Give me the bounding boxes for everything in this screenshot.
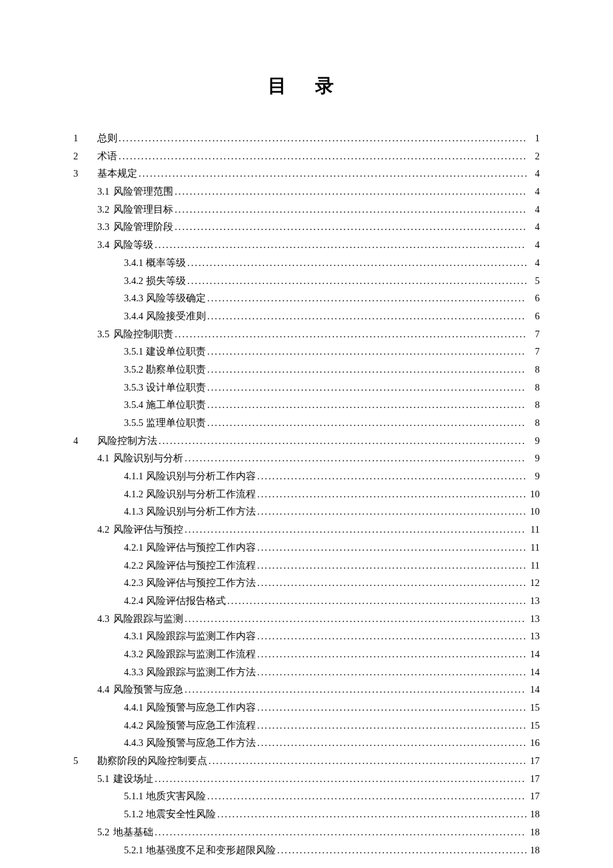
toc-entry: 3.5.3设计单位职责8 (73, 380, 540, 395)
toc-leader-dots (175, 202, 526, 217)
toc-entry-text: 3.4.1概率等级 (97, 255, 186, 271)
toc-entry-title: 勘察阶段的风险控制要点 (97, 755, 207, 766)
toc-entry-text: 4.3.1风险跟踪与监测工作内容 (97, 629, 256, 644)
toc-entry-title: 风险预警与应急工作内容 (146, 702, 256, 713)
toc-entry: 2术语2 (73, 149, 540, 164)
toc-entry-title: 风险评估与预控 (113, 524, 183, 535)
toc-page-number: 15 (528, 700, 540, 715)
toc-entry-title: 风险识别与分析工作方法 (146, 506, 256, 517)
toc-section-label: 3.5.1 (124, 346, 143, 357)
toc-entry-title: 地质灾害风险 (146, 791, 206, 801)
toc-section-label: 4.1.1 (124, 471, 143, 481)
toc-entry: 3.4.1概率等级4 (73, 255, 540, 271)
toc-entry-title: 地基基础 (113, 827, 153, 837)
toc-entry: 4.3.3风险跟踪与监测工作方法14 (73, 665, 540, 680)
toc-page-number: 10 (528, 487, 540, 502)
toc-entry: 4.3.1风险跟踪与监测工作内容13 (73, 629, 540, 644)
toc-entry: 5.2.1地基强度不足和变形超限风险18 (73, 843, 540, 858)
toc-entry-title: 风险控制方法 (97, 435, 157, 446)
toc-entry-text: 勘察阶段的风险控制要点 (97, 753, 207, 769)
toc-entry: 4风险控制方法9 (73, 433, 540, 449)
toc-leader-dots (175, 219, 526, 235)
toc-entry: 1总则1 (73, 131, 540, 146)
toc-entry-title: 术语 (97, 151, 117, 161)
toc-entry-text: 3.4风险等级 (97, 237, 153, 253)
toc-entry-text: 3.5.2勘察单位职责 (97, 362, 206, 377)
toc-entry-text: 4.3.3风险跟踪与监测工作方法 (97, 665, 256, 680)
toc-leader-dots (187, 273, 526, 289)
toc-leader-dots (277, 843, 526, 858)
toc-entry-text: 4.4.2风险预警与应急工作流程 (97, 718, 256, 733)
toc-entry-text: 4.2.2风险评估与预控工作流程 (97, 558, 256, 573)
toc-entry-text: 5.2.1地基强度不足和变形超限风险 (97, 843, 276, 858)
toc-entry-title: 地震安全性风险 (146, 809, 216, 819)
toc-section-label: 3.4.1 (124, 257, 143, 268)
toc-leader-dots (207, 415, 526, 431)
toc-entry-text: 3.1风险管理范围 (97, 184, 173, 199)
toc-page-number: 17 (528, 789, 540, 804)
toc-page-number: 7 (528, 327, 540, 342)
toc-page-number: 17 (528, 753, 540, 769)
toc-section-label: 3.5.2 (124, 364, 143, 375)
toc-entry-text: 3.2风险管理目标 (97, 202, 173, 217)
toc-entry-text: 4.2.1风险评估与预控工作内容 (97, 540, 256, 555)
toc-entry-title: 风险预警与应急 (113, 684, 183, 695)
toc-entry-title: 风险跟踪与监测 (113, 613, 183, 624)
toc-section-label: 4.3.3 (124, 667, 143, 677)
toc-section-label: 5.2 (97, 827, 109, 837)
toc-entry: 3.5.4施工单位职责8 (73, 397, 540, 413)
toc-page-number: 8 (528, 380, 540, 395)
toc-entry-title: 风险识别与分析工作流程 (146, 489, 256, 499)
toc-chapter-number: 1 (73, 131, 97, 146)
toc-section-label: 5.2.1 (124, 845, 143, 855)
toc-entry-text: 术语 (97, 149, 117, 164)
toc-entry-text: 4.4.1风险预警与应急工作内容 (97, 700, 256, 715)
page-title: 目 录 (73, 73, 540, 99)
toc-page-number: 15 (528, 718, 540, 733)
toc-entry-text: 3.4.2损失等级 (97, 273, 186, 289)
toc-section-label: 3.5.5 (124, 417, 143, 428)
toc-page-number: 12 (528, 575, 540, 591)
toc-entry-title: 概率等级 (146, 257, 186, 268)
toc-entry: 5.2地基基础18 (73, 825, 540, 840)
toc-page-number: 14 (528, 665, 540, 680)
toc-leader-dots (119, 131, 526, 146)
toc-leader-dots (207, 789, 526, 804)
toc-entry-title: 风险管理范围 (113, 186, 173, 197)
toc-entry-text: 3.5.5监理单位职责 (97, 415, 206, 431)
toc-entry-title: 风险接受准则 (146, 311, 206, 321)
toc-leader-dots (159, 433, 526, 449)
toc-page-number: 9 (528, 433, 540, 449)
toc-entry-text: 5.1.2地震安全性风险 (97, 807, 216, 822)
toc-entry-text: 5.1.1地质灾害风险 (97, 789, 206, 804)
toc-section-label: 4.4 (97, 684, 109, 695)
toc-section-label: 4.1.2 (124, 489, 143, 499)
toc-page-number: 13 (528, 593, 540, 609)
toc-leader-dots (257, 469, 526, 484)
toc-leader-dots (207, 309, 526, 324)
toc-leader-dots (257, 718, 526, 733)
toc-entry: 4.2.2风险评估与预控工作流程11 (73, 558, 540, 573)
toc-entry-title: 勘察单位职责 (146, 364, 206, 375)
toc-entry: 4.3风险跟踪与监测13 (73, 611, 540, 627)
toc-entry-title: 建设单位职责 (146, 346, 206, 357)
toc-page-number: 4 (528, 255, 540, 271)
toc-entry: 4.2.1风险评估与预控工作内容11 (73, 540, 540, 555)
toc-entry: 5勘察阶段的风险控制要点17 (73, 753, 540, 769)
toc-entry-text: 4.1.2风险识别与分析工作流程 (97, 487, 256, 502)
toc-entry-text: 4.4风险预警与应急 (97, 682, 183, 697)
toc-entry: 3.4.3风险等级确定6 (73, 291, 540, 306)
toc-entry-text: 3.5风险控制职责 (97, 327, 173, 342)
toc-entry: 4.4.1风险预警与应急工作内容15 (73, 700, 540, 715)
toc-section-label: 4.2.3 (124, 577, 143, 588)
toc-entry-title: 施工单位职责 (146, 399, 206, 410)
toc-entry-title: 基本规定 (97, 168, 137, 179)
toc-page-number: 10 (528, 504, 540, 519)
toc-entry-text: 基本规定 (97, 166, 137, 181)
toc-page-number: 7 (528, 344, 540, 359)
toc-entry: 3.4风险等级4 (73, 237, 540, 253)
toc-entry-title: 风险管理阶段 (113, 221, 173, 232)
toc-entry-title: 设计单位职责 (146, 382, 206, 393)
toc-entry: 4.2风险评估与预控11 (73, 522, 540, 537)
toc-leader-dots (175, 184, 526, 199)
